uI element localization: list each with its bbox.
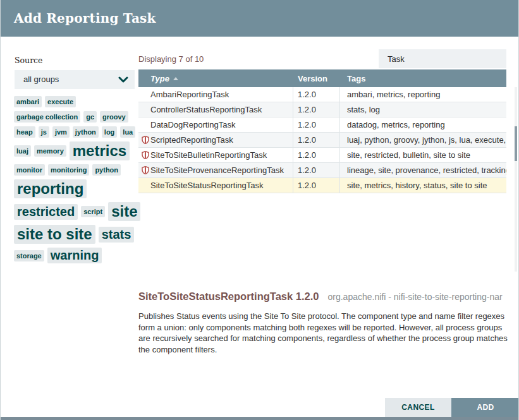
table-row[interactable]: SiteToSiteStatusReportingTask1.2.0site, … xyxy=(138,178,506,193)
cell-tags: lineage, site, provenance, restricted, t… xyxy=(340,163,506,177)
task-type-name: SiteToSiteProvenanceReportingTask xyxy=(150,165,284,175)
tag-cloud-item[interactable]: ambari xyxy=(14,96,42,107)
dialog-bottom-edge xyxy=(1,417,518,420)
selected-task-header: SiteToSiteStatusReportingTask 1.2.0 org.… xyxy=(138,291,503,303)
cell-type: SiteToSiteStatusReportingTask xyxy=(138,178,293,193)
task-type-name: ScriptedReportingTask xyxy=(150,135,233,145)
tag-cloud-item[interactable]: log xyxy=(102,126,118,138)
add-reporting-task-dialog: Add Reporting Task Source all groups amb… xyxy=(0,0,519,420)
column-header-tags[interactable]: Tags xyxy=(340,74,506,83)
task-type-name: DataDogReportingTask xyxy=(150,120,235,129)
column-header-version[interactable]: Version xyxy=(293,74,340,83)
tag-cloud-item[interactable]: gc xyxy=(83,111,97,123)
cell-type: SiteToSiteBulletinReportingTask xyxy=(138,148,293,162)
tag-cloud-item[interactable]: execute xyxy=(45,96,76,107)
cell-version: 1.2.0 xyxy=(293,178,340,193)
tag-cloud-item[interactable]: heap xyxy=(14,126,35,138)
tag-cloud-item[interactable]: monitoring xyxy=(48,164,89,176)
task-type-name: AmbariReportingTask xyxy=(150,90,229,99)
task-type-name: ControllerStatusReportingTask xyxy=(150,105,262,114)
task-type-name: SiteToSiteStatusReportingTask xyxy=(150,181,263,190)
cell-version: 1.2.0 xyxy=(293,148,340,162)
filter-input[interactable] xyxy=(379,49,506,68)
tag-cloud: ambariexecutegarbage collectiongcgroovyh… xyxy=(14,96,143,263)
cell-tags: luaj, python, groovy, jython, js, lua, e… xyxy=(340,133,506,147)
cancel-button[interactable]: CANCEL xyxy=(385,398,451,417)
tag-cloud-item[interactable]: storage xyxy=(14,250,44,261)
selected-task-title: SiteToSiteStatusReportingTask 1.2.0 xyxy=(138,291,319,303)
tag-cloud-item[interactable]: monitor xyxy=(14,164,45,176)
table-row[interactable]: SiteToSiteBulletinReportingTask1.2.0site… xyxy=(138,148,506,163)
cell-tags: stats, log xyxy=(340,102,506,117)
tag-cloud-item[interactable]: garbage collection xyxy=(14,111,80,123)
source-group-value: all groups xyxy=(23,70,59,89)
cell-version: 1.2.0 xyxy=(293,163,340,177)
scrollbar-thumb[interactable] xyxy=(515,126,517,161)
tag-cloud-item[interactable]: stats xyxy=(99,227,135,243)
restricted-shield-icon xyxy=(142,136,149,144)
results-table: Type Version Tags AmbariReportingTask1.2… xyxy=(138,69,506,193)
cell-type: ScriptedReportingTask xyxy=(138,133,293,147)
sort-ascending-icon xyxy=(173,77,178,80)
cell-version: 1.2.0 xyxy=(293,133,340,147)
cell-tags: ambari, metrics, reporting xyxy=(340,87,506,102)
cell-type: ControllerStatusReportingTask xyxy=(138,102,293,117)
tag-cloud-item[interactable]: metrics xyxy=(70,141,130,160)
column-header-type[interactable]: Type xyxy=(138,74,293,83)
cell-version: 1.2.0 xyxy=(293,117,340,132)
tag-cloud-item[interactable]: jvm xyxy=(52,126,70,138)
tag-cloud-item[interactable]: warning xyxy=(47,248,102,263)
table-row[interactable]: SiteToSiteProvenanceReportingTask1.2.0li… xyxy=(138,163,506,178)
tag-cloud-item[interactable]: script xyxy=(81,206,105,217)
tag-cloud-item[interactable]: luaj xyxy=(14,145,31,157)
table-row[interactable]: ControllerStatusReportingTask1.2.0stats,… xyxy=(138,102,506,117)
task-type-name: SiteToSiteBulletinReportingTask xyxy=(150,150,267,160)
cell-version: 1.2.0 xyxy=(293,102,340,117)
table-row[interactable]: AmbariReportingTask1.2.0ambari, metrics,… xyxy=(138,87,506,102)
dialog-title: Add Reporting Task xyxy=(14,0,156,37)
tag-cloud-item[interactable]: memory xyxy=(34,145,66,157)
selected-task-bundle: org.apache.nifi - nifi-site-to-site-repo… xyxy=(327,292,502,302)
tag-cloud-item[interactable]: restricted xyxy=(14,204,78,220)
scrollbar-track[interactable] xyxy=(515,87,517,272)
restricted-shield-icon xyxy=(142,166,149,174)
tag-cloud-item[interactable]: lua xyxy=(120,126,135,138)
tag-cloud-item[interactable]: site to site xyxy=(14,225,95,244)
table-header-row: Type Version Tags xyxy=(138,69,506,87)
tag-cloud-item[interactable]: groovy xyxy=(100,111,128,123)
table-row[interactable]: DataDogReportingTask1.2.0datadog, metric… xyxy=(138,117,506,133)
cell-type: SiteToSiteProvenanceReportingTask xyxy=(138,163,293,177)
dialog-header: Add Reporting Task xyxy=(1,0,518,37)
restricted-shield-icon xyxy=(142,151,149,159)
cell-type: DataDogReportingTask xyxy=(138,117,293,132)
tag-cloud-item[interactable]: reporting xyxy=(14,179,87,198)
cell-version: 1.2.0 xyxy=(293,87,340,102)
cell-tags: site, metrics, history, status, site to … xyxy=(340,178,506,193)
tag-cloud-item[interactable]: js xyxy=(39,126,49,138)
add-button[interactable]: ADD xyxy=(451,398,519,417)
source-group-select[interactable]: all groups xyxy=(15,70,135,89)
source-label: Source xyxy=(15,56,43,65)
selected-task-description: Publishes Status events using the Site T… xyxy=(138,311,511,355)
cell-tags: datadog, metrics, reporting xyxy=(340,117,506,132)
tag-cloud-item[interactable]: jython xyxy=(73,126,99,138)
tag-cloud-item[interactable]: site xyxy=(108,202,140,221)
results-table-body: AmbariReportingTask1.2.0ambari, metrics,… xyxy=(138,87,506,193)
cell-type: AmbariReportingTask xyxy=(138,87,293,102)
displaying-count: Displaying 7 of 10 xyxy=(138,54,204,64)
chevron-down-icon xyxy=(118,75,128,87)
cell-tags: site, restricted, bulletin, site to site xyxy=(340,148,506,162)
table-row[interactable]: ScriptedReportingTask1.2.0luaj, python, … xyxy=(138,133,506,148)
tag-cloud-item[interactable]: python xyxy=(92,164,121,176)
